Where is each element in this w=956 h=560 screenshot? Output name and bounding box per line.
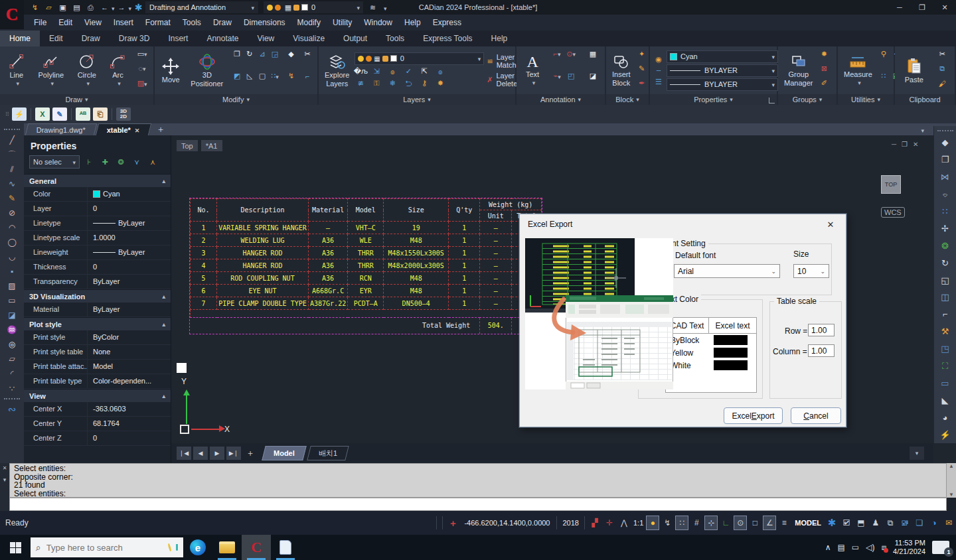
selection-grip[interactable]	[177, 363, 187, 373]
stretch-icon[interactable]: ▢	[256, 71, 268, 82]
layer-on-btn-icon[interactable]: ๏	[386, 66, 398, 77]
join-icon[interactable]: ⌐	[301, 71, 313, 82]
last-layout-button[interactable]: ▶❘	[226, 447, 241, 460]
prop-row-center-y[interactable]: Center Y68.1764	[24, 417, 171, 431]
menu-express[interactable]: Express	[427, 16, 467, 29]
rotate-icon[interactable]: ↻	[244, 48, 256, 59]
tab-draw[interactable]: Draw	[72, 31, 110, 46]
dialog-close-icon[interactable]: ✕	[823, 220, 838, 230]
layer-lock-btn-icon[interactable]: ⚿	[370, 78, 382, 89]
taskbar-notepad[interactable]	[271, 535, 300, 560]
measure-tool-icon[interactable]: ⚒	[937, 323, 954, 340]
info-icon[interactable]: ◑	[927, 516, 941, 530]
tab-visualize[interactable]: Visualize	[283, 31, 334, 46]
spline-icon[interactable]: ∿	[3, 176, 21, 191]
quick-select-icon[interactable]: ⚲	[878, 48, 890, 59]
clipboard-export-icon[interactable]: ⎗	[93, 107, 108, 121]
format-painter-icon[interactable]: 🖌	[936, 78, 948, 89]
coordinates-readout[interactable]: -466.6200,14.1400,0.0000	[464, 519, 550, 527]
clip-tool-icon[interactable]: ◳	[937, 340, 954, 358]
create-block-icon[interactable]: ✦	[636, 48, 648, 59]
trim-icon[interactable]: ✂	[301, 48, 313, 59]
section-3d-visualization[interactable]: 3D Visualization	[24, 289, 171, 303]
color-row-yellow[interactable]: Yellow	[666, 346, 756, 359]
color-row-white[interactable]: White	[666, 359, 756, 372]
copy-tool-icon[interactable]: ❐	[937, 151, 954, 169]
clipboard-group-label[interactable]: Clipboard	[895, 94, 955, 105]
taskbar-explorer[interactable]	[212, 535, 242, 560]
arc-3point-icon[interactable]: ⌒	[3, 147, 21, 162]
notification-center-icon[interactable]: 1	[932, 541, 949, 554]
cad-table-drawing[interactable]: No. Description Material Model Size Q'ty…	[189, 198, 542, 334]
menu-modify[interactable]: Modify	[291, 16, 327, 29]
taskbar-search[interactable]: ⌕	[31, 537, 183, 557]
menu-utility[interactable]: Utility	[327, 16, 358, 29]
display-icon[interactable]: 🖳	[898, 516, 912, 530]
tray-remote-icon[interactable]: ⧈	[881, 543, 886, 552]
parallel-line-icon[interactable]: ⫽	[3, 162, 21, 176]
viewport-restore-icon[interactable]: ❐	[902, 141, 908, 148]
command-scrollbar[interactable]: ▲▼	[947, 463, 956, 498]
tray-network-icon[interactable]: ▭	[852, 543, 859, 552]
menu-view[interactable]: View	[78, 16, 108, 29]
doc-tab-xtable[interactable]: xtable*	[96, 123, 151, 135]
view-control-top[interactable]: Top	[177, 140, 198, 151]
windows-stack-icon[interactable]: ❏	[913, 516, 926, 530]
model-tab[interactable]: Model	[262, 446, 306, 460]
erase-tool-icon[interactable]: ◆	[937, 134, 954, 151]
filter-edit-icon[interactable]: ⋏	[146, 156, 159, 168]
selection-filter-select[interactable]: No selec	[29, 155, 80, 169]
cut-icon[interactable]: ✂	[936, 48, 948, 59]
ortho-icon[interactable]: ∟	[719, 516, 732, 530]
doc-tab-overflow-caret-icon[interactable]	[921, 123, 924, 135]
tab-annotate[interactable]: Annotate	[197, 31, 248, 46]
new-file-icon[interactable]: ↯	[29, 2, 40, 13]
layers-group-label[interactable]: Layers	[319, 94, 515, 105]
copy-status-icon[interactable]: ⧉	[884, 516, 897, 530]
tab-home[interactable]: Home	[0, 31, 40, 46]
model-space-toggle[interactable]: MODEL	[795, 519, 821, 527]
save-icon[interactable]: ▣	[57, 2, 68, 13]
point-style-icon[interactable]: ∷	[878, 71, 890, 82]
ungroup-icon[interactable]: ⊠	[818, 63, 830, 74]
line-button[interactable]: Line	[5, 48, 28, 92]
year-indicator[interactable]: 2018	[562, 519, 578, 527]
properties-group-label[interactable]: Properties	[650, 94, 777, 105]
search-input[interactable]	[46, 543, 163, 553]
divide-icon[interactable]: ⸪	[3, 381, 21, 395]
tab-output[interactable]: Output	[334, 31, 376, 46]
circle-ttr-icon[interactable]: ⊘	[3, 206, 21, 220]
save-as-icon[interactable]: ▤	[71, 2, 82, 13]
hatch-tool-icon[interactable]: ▨	[136, 78, 148, 89]
fillet-left-icon[interactable]: ◜	[3, 366, 21, 381]
mirror-icon[interactable]: ⊿	[256, 48, 268, 59]
qat-customize-caret-icon[interactable]	[384, 1, 387, 13]
tab-help[interactable]: Help	[482, 31, 517, 46]
dynamic-input-icon[interactable]: ∷	[675, 516, 688, 530]
polyline-button[interactable]: Polyline	[35, 48, 67, 92]
block-attribute-icon[interactable]: ✒	[636, 78, 648, 89]
sketch-icon[interactable]: ✎	[3, 191, 21, 206]
open-icon[interactable]: ▱	[43, 2, 54, 13]
menu-file[interactable]: File	[28, 16, 52, 29]
prop-row-transparency[interactable]: TransparencyByLayer	[24, 275, 171, 289]
move-tool-icon[interactable]: ✢	[937, 220, 954, 237]
layer-properties-icon[interactable]: �љ	[355, 66, 366, 77]
doc-tab-drawing1[interactable]: Drawing1.dwg*	[25, 123, 97, 135]
tab-tools[interactable]: Tools	[376, 31, 414, 46]
section-general[interactable]: General	[24, 174, 171, 187]
layer-thaw-icon[interactable]: ✸	[434, 78, 446, 89]
rectangle-tool-icon[interactable]: ▭	[136, 48, 148, 59]
groups-group-label[interactable]: Groups	[778, 94, 836, 105]
yellow-color-swatch[interactable]	[714, 348, 748, 358]
array-tool-icon[interactable]: ∷	[937, 203, 954, 220]
prop-row-center-x[interactable]: Center X-363.0603	[24, 402, 171, 417]
region-icon[interactable]: ◪	[3, 308, 21, 322]
prop-row-linetype-scale[interactable]: Linetype scale1.0000	[24, 231, 171, 245]
workspace-switch-icon[interactable]: ⬒	[854, 516, 868, 530]
scale-tool-icon[interactable]: ◱	[937, 271, 954, 289]
dimension-icon[interactable]: ⌐	[551, 48, 563, 59]
annotation-group-label[interactable]: Annotation	[517, 94, 605, 105]
titlebar-layer-select[interactable]: ▦ 0	[264, 1, 363, 13]
taskbar-clock[interactable]: 11:53 PM4/21/2024	[893, 539, 925, 556]
